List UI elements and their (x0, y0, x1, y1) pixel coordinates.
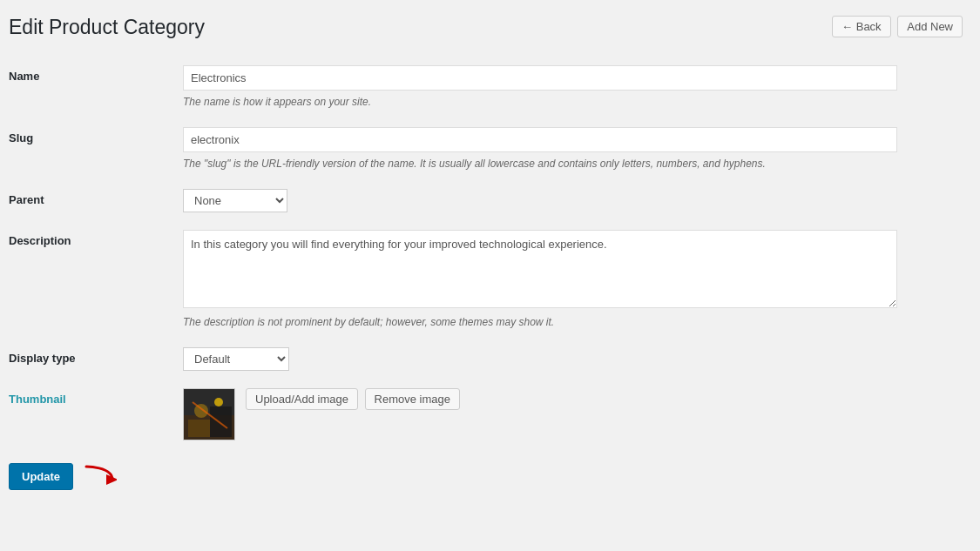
name-description: The name is how it appears on your site. (183, 94, 897, 110)
arrow-indicator (82, 462, 117, 491)
display-type-label: Display type (9, 352, 76, 365)
display-type-row: Display type Default Products Subcategor… (9, 339, 963, 380)
parent-label: Parent (9, 193, 44, 206)
slug-input[interactable] (183, 127, 897, 152)
slug-row: Slug The "slug" is the URL-friendly vers… (9, 118, 963, 180)
svg-point-6 (214, 398, 223, 407)
remove-image-button[interactable]: Remove image (365, 388, 460, 410)
update-row: Update (9, 449, 963, 491)
slug-label: Slug (9, 131, 33, 144)
parent-select[interactable]: None Electronics Clothing Books (183, 189, 287, 212)
back-button[interactable]: ← Back (832, 16, 891, 37)
thumbnail-label: Thumbnail (9, 393, 66, 406)
header-buttons: ← Back Add New (828, 16, 963, 37)
update-button[interactable]: Update (9, 463, 73, 490)
svg-rect-3 (188, 420, 210, 437)
description-textarea[interactable]: In this category you will find everythin… (183, 230, 897, 308)
thumbnail-section: Upload/Add image Remove image (183, 388, 963, 440)
add-new-button[interactable]: Add New (897, 16, 963, 37)
slug-description: The "slug" is the URL-friendly version o… (183, 156, 897, 171)
thumbnail-buttons: Upload/Add image Remove image (246, 388, 463, 410)
thumbnail-image[interactable] (183, 388, 235, 440)
description-label: Description (9, 234, 71, 247)
svg-rect-4 (210, 407, 232, 437)
parent-row: Parent None Electronics Clothing Books (9, 180, 963, 221)
edit-form: Name The name is how it appears on your … (9, 57, 963, 449)
description-hint: The description is not prominent by defa… (183, 314, 897, 330)
name-row: Name The name is how it appears on your … (9, 57, 963, 118)
display-type-select[interactable]: Default Products Subcategories Both (183, 347, 289, 371)
name-input[interactable] (183, 65, 897, 91)
upload-image-button[interactable]: Upload/Add image (246, 388, 358, 410)
page-title: Edit Product Category (9, 9, 205, 39)
name-label: Name (9, 70, 39, 83)
description-row: Description In this category you will fi… (9, 221, 963, 339)
thumbnail-row: Thumbnail (9, 380, 963, 449)
